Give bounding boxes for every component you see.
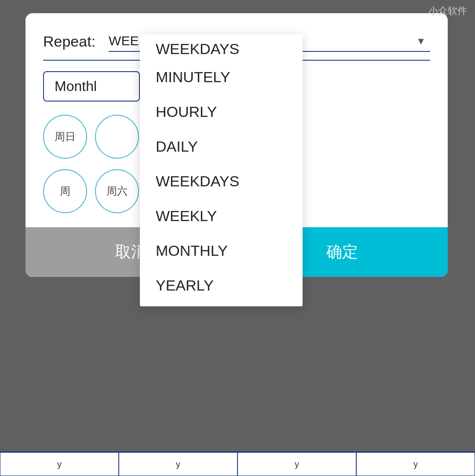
dropdown-item-daily[interactable]: DAILY	[140, 129, 303, 164]
tab-item-1[interactable]: y	[0, 452, 119, 476]
day-circle-sunday[interactable]: 周日	[43, 115, 87, 159]
dropdown-item-yearly[interactable]: YEARLY	[140, 268, 303, 303]
dropdown-item-monthly[interactable]: MONTHLY	[140, 233, 303, 268]
tab-item-2[interactable]: y	[119, 452, 238, 476]
dropdown-item-minutely[interactable]: MINUTELY	[140, 60, 303, 94]
tab-label-3: y	[295, 459, 299, 469]
monthly-box[interactable]: Monthl	[43, 71, 140, 102]
tab-item-4[interactable]: y	[356, 452, 475, 476]
repeat-dropdown[interactable]: WEEKDAYS MINUTELY HOURLY DAILY WEEKDAYS …	[140, 34, 303, 306]
dropdown-label-monthly: MONTHLY	[156, 242, 228, 259]
dropdown-label-weekly: WEEKLY	[156, 207, 217, 224]
dropdown-label-hourly: HOURLY	[156, 103, 217, 120]
dropdown-label-daily: DAILY	[156, 138, 198, 155]
tab-bar: y y y y	[0, 451, 475, 476]
day-circle-monday[interactable]	[95, 115, 139, 159]
dropdown-item-hourly[interactable]: HOURLY	[140, 94, 303, 129]
chevron-down-icon: ▼	[416, 36, 426, 47]
day-label-sunday: 周日	[55, 130, 76, 144]
day-label-partial: 周	[60, 184, 70, 198]
tab-label-2: y	[176, 459, 180, 469]
dropdown-item-weekdays[interactable]: WEEKDAYS	[140, 164, 303, 199]
repeat-label: Repeat:	[43, 33, 95, 50]
watermark-label: 小众软件	[428, 4, 467, 18]
day-circle-saturday[interactable]: 周六	[95, 169, 139, 213]
dropdown-label-weekdays: WEEKDAYS	[156, 173, 239, 189]
day-circle-partial[interactable]: 周	[43, 169, 87, 213]
dropdown-item-weekdays-partial[interactable]: WEEKDAYS	[140, 38, 303, 60]
tab-item-3[interactable]: y	[238, 452, 356, 476]
tab-label-1: y	[57, 459, 62, 469]
tab-label-4: y	[413, 459, 418, 469]
dropdown-partial-label: WEEKDAYS	[156, 40, 239, 57]
dropdown-item-weekly[interactable]: WEEKLY	[140, 199, 303, 233]
dropdown-label-minutely: MINUTELY	[156, 69, 230, 85]
dropdown-label-yearly: YEARLY	[156, 277, 214, 294]
day-label-saturday: 周六	[106, 184, 128, 198]
